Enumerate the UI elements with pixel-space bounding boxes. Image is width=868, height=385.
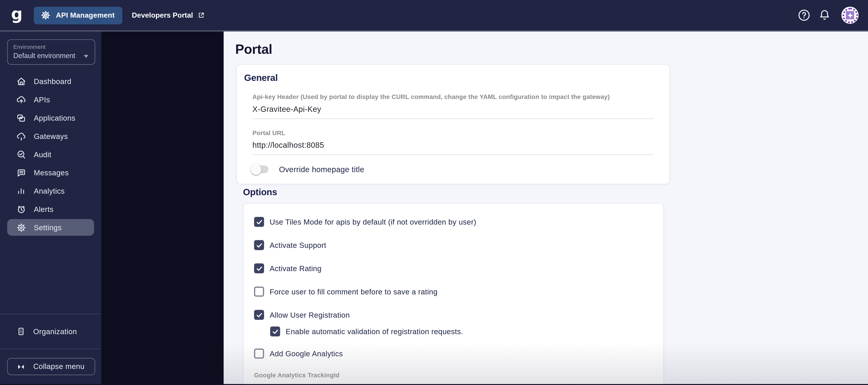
api-management-label: API Management: [56, 11, 115, 20]
sidebar-item-analytics[interactable]: Analytics: [7, 183, 94, 199]
override-homepage-title-toggle[interactable]: [252, 165, 269, 173]
checkbox-label: Add Google Analytics: [270, 350, 343, 358]
api-management-button[interactable]: API Management: [34, 6, 122, 24]
sidebar-item-dashboard[interactable]: Dashboard: [7, 73, 94, 90]
portal-url-field: Portal URL: [252, 129, 653, 155]
checkbox-label: Enable automatic validation of registrat…: [286, 327, 463, 336]
checkbox-activate-support[interactable]: [254, 240, 264, 250]
cloud-gateway-icon: [16, 131, 27, 141]
gear-dial-icon: [40, 10, 51, 21]
checkbox-label: Activate Rating: [270, 264, 322, 272]
portal-url-label: Portal URL: [252, 129, 653, 137]
checkbox-use-tiles-mode-for-apis-by-default-if-not-overridden-by-user[interactable]: [254, 217, 264, 227]
sidebar: Environment Default environment Dashboar…: [0, 32, 101, 384]
sidebar-item-apis[interactable]: APIs: [7, 91, 94, 108]
chevron-down-icon: [83, 53, 89, 58]
option-row-use-tiles-mode-for-apis-by-default-if-not-overridden-by-user: Use Tiles Mode for apis by default (if n…: [254, 217, 652, 227]
api-key-header-label: Api-key Header (Used by portal to displa…: [252, 93, 653, 100]
collapse-menu-button[interactable]: Collapse menu: [7, 358, 95, 375]
options-card: Use Tiles Mode for apis by default (if n…: [243, 203, 664, 384]
sidebar-item-label: Analytics: [34, 187, 65, 195]
toggle-thumb: [251, 164, 261, 175]
checkbox-force-user-to-fill-comment-before-to-save-a-rating[interactable]: [254, 287, 264, 297]
sidebar-item-label: Alerts: [34, 205, 53, 213]
sidebar-item-audit[interactable]: Audit: [7, 146, 94, 163]
avatar-ring: [842, 7, 858, 23]
override-homepage-title-label: Override homepage title: [279, 165, 364, 174]
sidebar-item-label: Dashboard: [34, 77, 71, 86]
bell-icon[interactable]: [818, 9, 831, 22]
option-row-force-user-to-fill-comment-before-to-save-a-rating: Force user to fill comment before to sav…: [254, 287, 652, 297]
avatar[interactable]: [841, 6, 859, 24]
checkbox-enable-automatic-validation-of-registration-requests[interactable]: [270, 326, 280, 336]
checkbox-label: Use Tiles Mode for apis by default (if n…: [270, 218, 476, 226]
option-row-activate-support: Activate Support: [254, 240, 652, 250]
developers-portal-link[interactable]: Developers Portal: [132, 11, 205, 20]
option-row-add-google-analytics: Add Google Analytics: [254, 349, 652, 359]
applications-icon: [16, 113, 27, 123]
environment-label: Environment: [13, 43, 89, 50]
sidebar-item-label: Settings: [34, 223, 61, 232]
option-row-allow-user-registration: Allow User Registration: [254, 310, 652, 320]
option-row-activate-rating: Activate Rating: [254, 263, 652, 274]
api-key-header-input[interactable]: [252, 101, 653, 119]
sidebar-item-label: Gateways: [34, 132, 68, 140]
page-title: Portal: [235, 41, 868, 57]
environment-value: Default environment: [13, 52, 75, 60]
google-analytics-tracking-label: Google Analytics TrackingId: [254, 372, 652, 379]
api-key-header-field: Api-key Header (Used by portal to displa…: [252, 93, 653, 119]
checkbox-label: Allow User Registration: [270, 311, 350, 319]
settings-subnav-panel: [101, 32, 223, 384]
sidebar-item-label: Messages: [34, 168, 69, 177]
top-navigation-bar: g API Management Developers Portal: [0, 0, 868, 32]
sidebar-item-applications[interactable]: Applications: [7, 109, 94, 126]
building-icon: [16, 326, 26, 336]
sidebar-item-alerts[interactable]: Alerts: [7, 201, 94, 217]
sidebar-item-gateways[interactable]: Gateways: [7, 128, 94, 145]
portal-url-input[interactable]: [252, 137, 653, 155]
alarm-clock-icon: [16, 204, 27, 215]
options-heading: Options: [243, 187, 868, 198]
audit-search-icon: [16, 149, 27, 160]
environment-selector[interactable]: Environment Default environment: [7, 39, 95, 65]
sidebar-item-messages[interactable]: Messages: [7, 164, 94, 181]
checkbox-activate-rating[interactable]: [254, 263, 264, 274]
main-content: Portal General Api-key Header (Used by p…: [223, 32, 868, 384]
app-root: g API Management Developers Portal Envir…: [0, 0, 868, 385]
sidebar-item-label: APIs: [34, 95, 50, 104]
gear-icon: [16, 222, 27, 233]
sidebar-divider: [0, 349, 101, 349]
message-icon: [16, 167, 27, 178]
collapse-icon: [17, 363, 25, 370]
sidebar-spacer: [0, 236, 101, 314]
organization-label: Organization: [33, 327, 77, 336]
general-card: General Api-key Header (Used by portal t…: [237, 64, 670, 184]
options-checkbox-list: Use Tiles Mode for apis by default (if n…: [254, 217, 652, 359]
checkbox-add-google-analytics[interactable]: [254, 349, 264, 359]
sidebar-item-label: Audit: [34, 150, 51, 159]
topbar-actions: [798, 6, 859, 24]
general-heading: General: [244, 72, 653, 83]
cloud-upload-icon: [16, 94, 27, 105]
sidebar-item-settings[interactable]: Settings: [7, 219, 94, 236]
gravitee-logo: g: [11, 0, 26, 27]
api-key-header-hint: (Used by portal to display the CURL comm…: [301, 94, 610, 100]
bar-chart-icon: [16, 186, 27, 196]
sidebar-menu: Dashboard APIs Applications Gateways Aud…: [0, 73, 101, 236]
checkbox-label: Activate Support: [270, 241, 326, 250]
override-homepage-title-row: Override homepage title: [252, 165, 653, 174]
help-icon[interactable]: [798, 9, 810, 22]
home-icon: [16, 76, 27, 87]
external-link-icon: [197, 11, 205, 19]
checkbox-allow-user-registration[interactable]: [254, 310, 264, 320]
developers-portal-label: Developers Portal: [132, 11, 193, 20]
collapse-menu-label: Collapse menu: [33, 362, 85, 371]
sidebar-item-organization[interactable]: Organization: [0, 314, 101, 349]
checkbox-label: Force user to fill comment before to sav…: [270, 287, 438, 296]
sidebar-item-label: Applications: [34, 114, 75, 122]
option-row-enable-automatic-validation-of-registration-requests: Enable automatic validation of registrat…: [270, 326, 652, 336]
